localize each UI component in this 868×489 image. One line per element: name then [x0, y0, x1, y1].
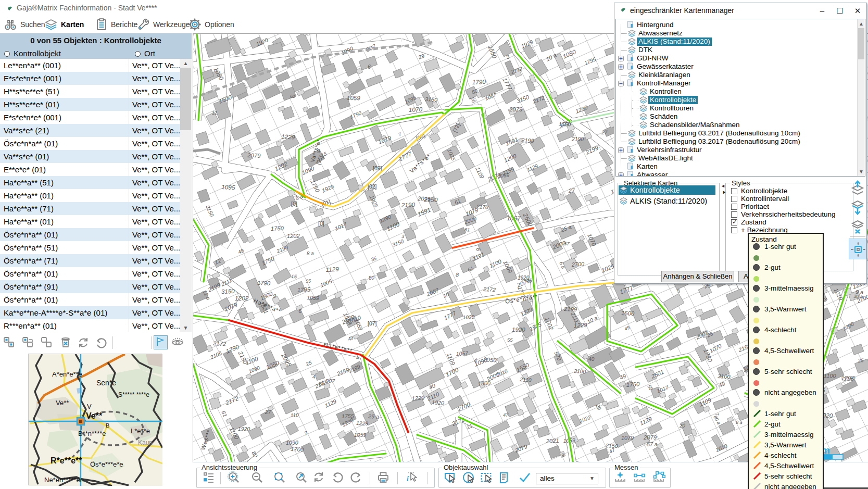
svg-text:15: 15 — [291, 273, 297, 279]
svg-text:6: 6 — [298, 308, 302, 314]
svg-text:B: B — [106, 422, 109, 429]
svg-text:27: 27 — [265, 409, 271, 415]
svg-text:Ne*en*****en: Ne*en*****en — [44, 476, 84, 484]
svg-text:1095: 1095 — [221, 183, 235, 191]
svg-text:2050: 2050 — [483, 356, 497, 363]
svg-text:8 a: 8 a — [736, 420, 743, 425]
svg-text:1795: 1795 — [297, 286, 311, 293]
svg-text:[02]: [02] — [368, 183, 377, 190]
svg-text:2079: 2079 — [509, 106, 523, 112]
svg-text:55: 55 — [507, 337, 513, 343]
svg-text:1755: 1755 — [342, 413, 354, 419]
svg-text:61: 61 — [290, 94, 295, 99]
svg-text:20: 20 — [679, 422, 686, 429]
svg-text:25: 25 — [857, 357, 864, 363]
svg-text:1229: 1229 — [281, 133, 295, 141]
svg-text:1059: 1059 — [498, 172, 510, 179]
svg-text:1202: 1202 — [287, 233, 300, 239]
svg-text:1059: 1059 — [354, 432, 367, 438]
svg-text:A*en*e**e: A*en*e**e — [52, 370, 82, 378]
svg-text:Ve**: Ve** — [86, 411, 103, 420]
svg-text:1920: 1920 — [238, 426, 250, 432]
svg-text:3100: 3100 — [718, 373, 731, 380]
svg-text:1070: 1070 — [409, 106, 423, 114]
svg-text:L*e**e: L*e**e — [131, 427, 150, 435]
svg-text:80: 80 — [369, 274, 375, 281]
svg-text:3100: 3100 — [574, 368, 586, 374]
svg-text:[07]: [07] — [368, 320, 377, 327]
svg-text:1090: 1090 — [286, 440, 298, 446]
svg-text:1550: 1550 — [559, 121, 571, 127]
svg-text:2021: 2021 — [545, 437, 559, 444]
svg-text:1079: 1079 — [621, 435, 634, 441]
svg-text:1229: 1229 — [356, 420, 369, 427]
svg-text:1020: 1020 — [463, 314, 475, 320]
svg-text:2172: 2172 — [483, 286, 496, 293]
svg-text:Ös*e***e*e: Ös*e***e*e — [90, 460, 123, 468]
svg-text:[09]: [09] — [373, 165, 382, 171]
svg-text:2170: 2170 — [476, 204, 489, 210]
svg-text:1202: 1202 — [235, 295, 249, 302]
svg-text:3: 3 — [823, 296, 827, 303]
svg-text:1920: 1920 — [432, 399, 444, 406]
svg-text:30 a: 30 a — [853, 294, 863, 299]
svg-text:i: i — [407, 475, 409, 483]
svg-text:1059: 1059 — [347, 95, 360, 101]
svg-text:2150: 2150 — [423, 196, 438, 204]
svg-text:2190: 2190 — [401, 201, 416, 209]
svg-text:2199: 2199 — [521, 137, 534, 144]
svg-text:1059: 1059 — [307, 294, 319, 301]
svg-text:1500: 1500 — [621, 310, 635, 317]
svg-text:2172: 2172 — [212, 340, 227, 347]
svg-text:1057: 1057 — [456, 350, 469, 357]
svg-text:27: 27 — [601, 129, 608, 135]
svg-text:1229: 1229 — [411, 395, 424, 402]
svg-text:Kaun: Kaun — [138, 439, 153, 446]
svg-text:Sen*e: Sen*e — [96, 379, 116, 387]
svg-text:[0]: [0] — [291, 200, 297, 207]
svg-text:1790: 1790 — [472, 78, 486, 85]
svg-text:110: 110 — [291, 412, 299, 418]
svg-text:40: 40 — [588, 356, 595, 362]
svg-text:12: 12 — [211, 110, 217, 116]
svg-text:907: 907 — [325, 378, 335, 384]
svg-text:1700: 1700 — [291, 446, 304, 453]
svg-text:1750: 1750 — [271, 225, 284, 232]
svg-text:57 a: 57 a — [647, 441, 658, 447]
svg-text:2110: 2110 — [519, 377, 532, 383]
svg-text:1795: 1795 — [841, 375, 854, 382]
svg-text:1750: 1750 — [626, 381, 640, 388]
svg-text:55: 55 — [306, 279, 311, 284]
svg-text:2700: 2700 — [571, 260, 585, 268]
svg-text:B**n****e: B**n****e — [78, 430, 106, 437]
svg-text:3150: 3150 — [425, 96, 438, 103]
svg-text:6: 6 — [368, 64, 371, 70]
svg-text:29 a: 29 a — [368, 413, 379, 420]
svg-text:2079: 2079 — [643, 434, 657, 441]
svg-text:25: 25 — [525, 278, 532, 284]
svg-text:8 a: 8 a — [307, 250, 314, 256]
svg-text:Ve**: Ve** — [56, 399, 69, 407]
svg-text:3150: 3150 — [221, 287, 235, 295]
svg-text:2079: 2079 — [247, 152, 261, 159]
svg-text:1100: 1100 — [824, 372, 837, 379]
svg-text:8: 8 — [456, 271, 459, 278]
svg-text:V: V — [87, 403, 92, 410]
svg-text:1790: 1790 — [257, 280, 271, 286]
svg-text:27: 27 — [568, 187, 575, 194]
svg-text:1129: 1129 — [325, 266, 339, 273]
svg-text:1920: 1920 — [512, 326, 525, 333]
svg-text:2190: 2190 — [571, 136, 584, 142]
svg-text:S***** ****e: S***** ****e — [118, 391, 149, 398]
svg-text:[0]: [0] — [318, 220, 324, 227]
svg-text:61: 61 — [464, 227, 470, 233]
svg-text:47: 47 — [503, 412, 509, 418]
svg-text:4: 4 — [312, 374, 316, 380]
svg-text:R*e**e**: R*e**e** — [51, 456, 82, 465]
